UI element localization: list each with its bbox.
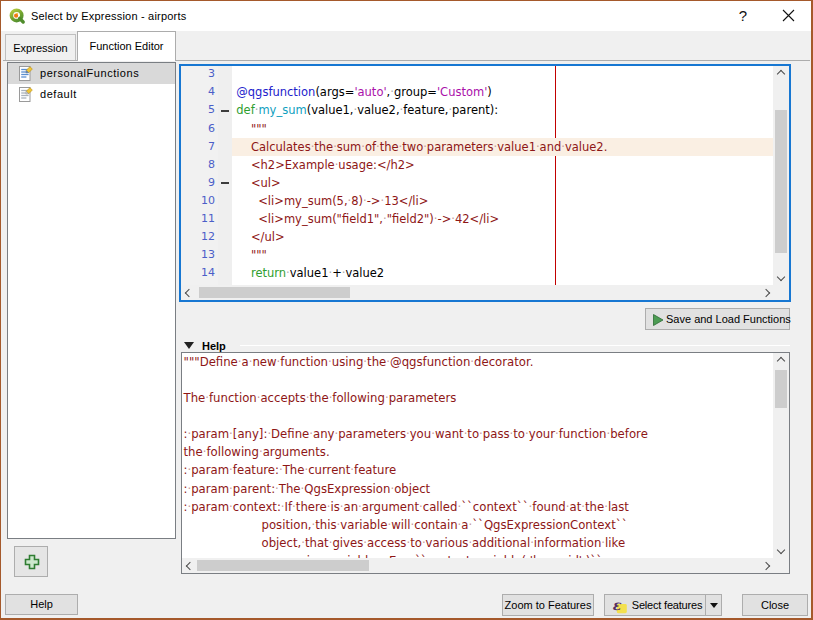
editor-horizontal-scrollbar[interactable] bbox=[181, 285, 789, 300]
scroll-down-arrow-icon[interactable] bbox=[777, 546, 785, 554]
whitespace-dot: · bbox=[561, 140, 565, 154]
help-section-title: Help bbox=[202, 339, 226, 353]
fold-collapse-icon[interactable] bbox=[221, 182, 229, 184]
code-token-kw: return bbox=[251, 266, 286, 280]
scroll-right-arrow-icon[interactable] bbox=[762, 561, 770, 569]
code-line[interactable]: <li>my_sum(5,·8)·->·13</li> bbox=[232, 192, 773, 210]
help-line: :·param·[any]:·Define·any·parameters·you… bbox=[182, 425, 773, 443]
whitespace-dot: · bbox=[406, 536, 410, 550]
whitespace-dot: · bbox=[423, 140, 427, 154]
fold-marker[interactable] bbox=[218, 174, 232, 192]
fold-cell bbox=[218, 120, 232, 138]
whitespace-dot: · bbox=[494, 140, 498, 154]
line-number: 11 bbox=[181, 210, 218, 228]
function-file-item[interactable]: default bbox=[8, 84, 175, 105]
code-line[interactable]: <h2>Example·usage:</h2> bbox=[232, 156, 773, 174]
code-line[interactable]: def·my_sum(value1,·value2,·feature,·pare… bbox=[232, 101, 773, 119]
code-line[interactable]: <ul> bbox=[232, 174, 773, 192]
line-number: 5 bbox=[181, 101, 218, 119]
function-file-label: personalFunctions bbox=[40, 63, 139, 84]
code-token-code: ·value1·+·value2 bbox=[286, 266, 384, 280]
scroll-left-arrow-icon[interactable] bbox=[185, 288, 193, 296]
whitespace-dot: · bbox=[381, 194, 385, 208]
code-token-doc: <ul> bbox=[236, 176, 280, 190]
code-line[interactable] bbox=[232, 66, 773, 83]
whitespace-dot: · bbox=[525, 427, 529, 441]
whitespace-dot: · bbox=[249, 355, 253, 369]
code-line[interactable]: @qgsfunction(args='auto',·group='Custom'… bbox=[232, 83, 773, 101]
whitespace-dot: · bbox=[581, 500, 585, 514]
code-line[interactable]: """ bbox=[232, 246, 773, 264]
editor-text-area[interactable]: @qgsfunction(args='auto',·group='Custom'… bbox=[232, 66, 773, 285]
titlebar-close-button[interactable] bbox=[772, 1, 804, 31]
function-file-item[interactable]: personalFunctions bbox=[8, 63, 175, 84]
whitespace-dot: · bbox=[328, 355, 332, 369]
line-number: 12 bbox=[181, 228, 218, 246]
whitespace-dot: · bbox=[229, 427, 233, 441]
fold-cell bbox=[218, 192, 232, 210]
whitespace-dot: · bbox=[410, 518, 414, 532]
whitespace-dot: · bbox=[342, 266, 346, 280]
whitespace-dot: · bbox=[451, 212, 455, 226]
titlebar-help-button[interactable]: ? bbox=[727, 1, 759, 31]
code-line[interactable]: """ bbox=[232, 120, 773, 138]
whitespace-dot: · bbox=[348, 194, 352, 208]
whitespace-dot: · bbox=[376, 140, 380, 154]
help-vertical-scrollbar[interactable] bbox=[773, 353, 789, 558]
function-file-list[interactable]: personalFunctionsdefault bbox=[7, 62, 176, 539]
help-horizontal-scrollbar[interactable] bbox=[182, 558, 789, 573]
fold-collapse-icon[interactable] bbox=[221, 110, 229, 112]
scroll-up-arrow-icon[interactable] bbox=[777, 357, 785, 365]
whitespace-dot: · bbox=[385, 391, 389, 405]
code-token-str: 'auto' bbox=[354, 85, 386, 99]
python-file-icon bbox=[17, 65, 34, 82]
fold-cell bbox=[218, 246, 232, 264]
whitespace-dot: · bbox=[279, 463, 283, 477]
code-editor[interactable]: 34567891011121314 @qgsfunction(args='aut… bbox=[179, 64, 791, 302]
tab-function-editor[interactable]: Function Editor bbox=[77, 31, 176, 61]
tab-expression[interactable]: Expression bbox=[5, 34, 76, 60]
code-line[interactable]: </ul> bbox=[232, 228, 773, 246]
scrollbar-thumb[interactable] bbox=[775, 370, 787, 408]
whitespace-dot: · bbox=[309, 427, 313, 441]
whitespace-dot: · bbox=[530, 536, 534, 550]
whitespace-dot: · bbox=[604, 500, 608, 514]
editor-fold-margin[interactable] bbox=[218, 66, 232, 285]
scroll-left-arrow-icon[interactable] bbox=[186, 561, 194, 569]
zoom-to-features-button[interactable]: Zoom to Features bbox=[502, 594, 594, 616]
code-token-doc: """ bbox=[236, 248, 267, 262]
scroll-right-arrow-icon[interactable] bbox=[762, 288, 770, 296]
fold-marker[interactable] bbox=[218, 101, 232, 119]
whitespace-dot: · bbox=[383, 212, 387, 226]
help-button[interactable]: Help bbox=[5, 594, 78, 615]
code-token-str: 'Custom' bbox=[437, 85, 487, 99]
whitespace-dot: · bbox=[311, 140, 315, 154]
scroll-up-arrow-icon[interactable] bbox=[777, 70, 785, 78]
scrollbar-thumb[interactable] bbox=[775, 110, 787, 253]
whitespace-dot: · bbox=[406, 427, 410, 441]
scroll-down-arrow-icon[interactable] bbox=[777, 273, 785, 281]
code-line[interactable]: <li>my_sum("field1",·"field2")·->·42</li… bbox=[232, 210, 773, 228]
whitespace-dot: · bbox=[361, 140, 365, 154]
whitespace-dot: · bbox=[479, 427, 483, 441]
help-line: the·following·arguments. bbox=[182, 443, 773, 461]
editor-vertical-scrollbar[interactable] bbox=[773, 66, 789, 285]
scrollbar-thumb[interactable] bbox=[199, 287, 350, 298]
whitespace-dot: · bbox=[281, 500, 285, 514]
line-number: 14 bbox=[181, 264, 218, 282]
close-button[interactable]: Close bbox=[742, 594, 808, 616]
scrollbar-thumb[interactable] bbox=[197, 560, 369, 571]
whitespace-dot: · bbox=[187, 500, 191, 514]
whitespace-dot: · bbox=[337, 518, 341, 532]
add-function-button[interactable] bbox=[14, 546, 48, 577]
code-line[interactable]: Calculates·the·sum·of·the·two·parameters… bbox=[232, 138, 773, 156]
fold-cell bbox=[218, 228, 232, 246]
dropdown-arrow-icon[interactable] bbox=[710, 603, 718, 608]
line-number: 8 bbox=[181, 156, 218, 174]
code-token-code: (value1,·value2,·feature,·parent): bbox=[307, 103, 498, 117]
select-features-button[interactable]: ε Select features bbox=[604, 594, 722, 616]
save-and-load-functions-button[interactable]: Save and Load Functions bbox=[645, 308, 790, 330]
code-line[interactable]: return·value1·+·value2 bbox=[232, 264, 773, 282]
whitespace-dot: · bbox=[267, 427, 271, 441]
code-token-doc: <li>my_sum("field1",·"field2")·->·42</li… bbox=[236, 212, 499, 226]
